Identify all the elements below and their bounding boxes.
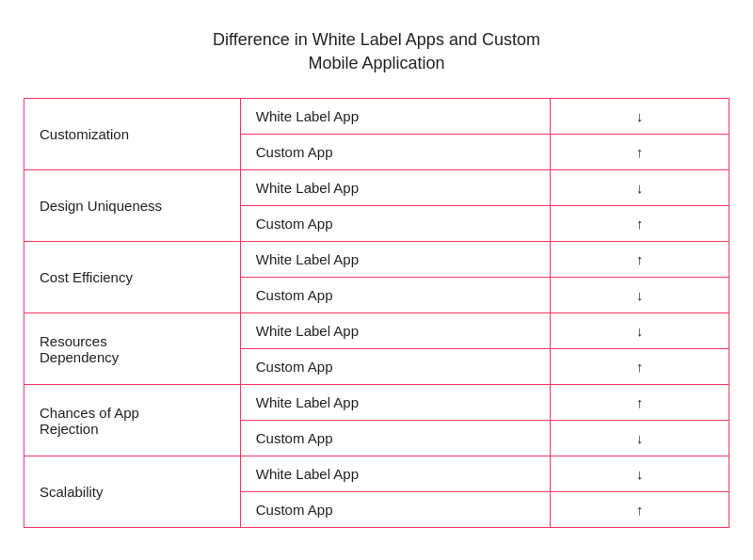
arrow-cell-3-0: ↓ (551, 313, 729, 349)
category-cell-0: Customization (24, 99, 241, 170)
arrow-cell-4-1: ↓ (551, 421, 729, 456)
page-title: Difference in White Label Apps and Custo… (213, 28, 540, 75)
category-cell-1: Design Uniqueness (24, 170, 241, 242)
app-type-cell-3-1: Custom App (240, 349, 551, 385)
arrow-cell-3-1: ↑ (551, 349, 729, 385)
app-type-cell-4-0: White Label App (240, 385, 551, 421)
app-type-cell-0-1: Custom App (240, 135, 551, 170)
arrow-cell-4-0: ↑ (551, 385, 729, 421)
comparison-table: CustomizationWhite Label App↓Custom App↑… (24, 98, 729, 528)
category-cell-2: Cost Efficiency (24, 242, 241, 313)
app-type-cell-4-1: Custom App (240, 421, 551, 456)
arrow-cell-2-0: ↑ (551, 242, 729, 278)
app-type-cell-1-0: White Label App (240, 170, 551, 206)
arrow-cell-1-0: ↓ (551, 170, 729, 206)
app-type-cell-1-1: Custom App (240, 206, 551, 242)
arrow-cell-0-1: ↑ (551, 135, 729, 170)
category-cell-3: ResourcesDependency (24, 313, 241, 385)
arrow-cell-5-1: ↑ (551, 492, 729, 528)
app-type-cell-3-0: White Label App (240, 313, 551, 349)
app-type-cell-0-0: White Label App (240, 99, 551, 135)
app-type-cell-5-1: Custom App (240, 492, 551, 528)
app-type-cell-2-0: White Label App (240, 242, 551, 278)
app-type-cell-5-0: White Label App (240, 456, 551, 492)
app-type-cell-2-1: Custom App (240, 278, 551, 313)
category-cell-5: Scalability (24, 456, 241, 528)
arrow-cell-1-1: ↑ (551, 206, 729, 242)
arrow-cell-5-0: ↓ (551, 456, 729, 492)
category-cell-4: Chances of AppRejection (24, 385, 241, 456)
arrow-cell-2-1: ↓ (551, 278, 729, 313)
arrow-cell-0-0: ↓ (551, 99, 729, 135)
